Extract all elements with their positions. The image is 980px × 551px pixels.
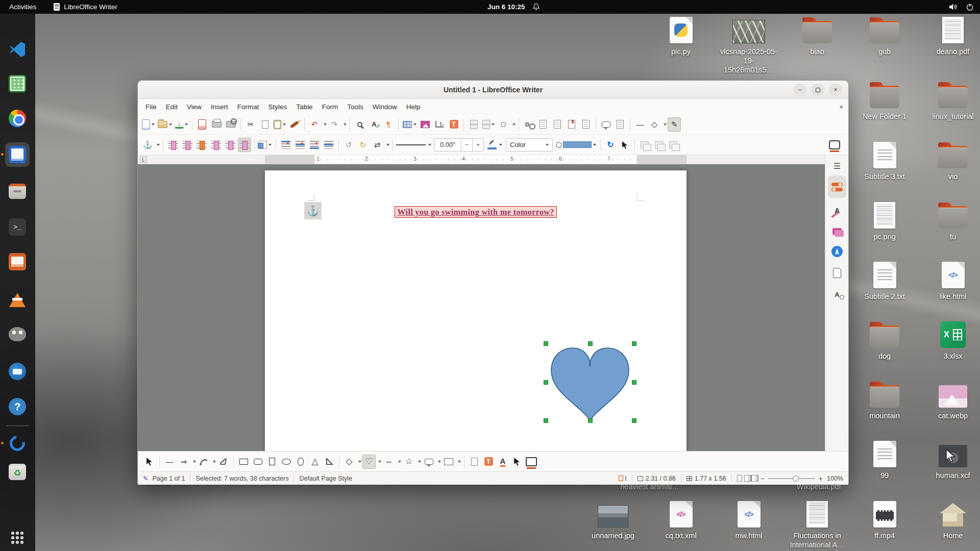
- dock-gimp[interactable]: [5, 322, 30, 346]
- basic-shapes-button[interactable]: ◇: [648, 117, 661, 132]
- dock-chrome[interactable]: [5, 106, 30, 131]
- print-button[interactable]: [210, 117, 223, 132]
- rotate-right-button[interactable]: ↻: [356, 138, 370, 152]
- minimize-button[interactable]: −: [793, 83, 806, 96]
- line-width-decrease[interactable]: −: [461, 139, 472, 151]
- new-document-button[interactable]: [141, 117, 156, 132]
- freeform-line-button[interactable]: [217, 455, 230, 469]
- menu-file[interactable]: File: [141, 101, 161, 113]
- titlebar[interactable]: Untitled 1 - LibreOffice Writer − ×: [138, 81, 848, 99]
- menu-help[interactable]: Help: [402, 101, 425, 113]
- insert-chart-button[interactable]: [433, 117, 446, 132]
- bring-forward-button[interactable]: [638, 138, 651, 152]
- menu-tools[interactable]: Tools: [342, 101, 368, 113]
- edit-points-button[interactable]: [510, 455, 524, 469]
- open-button[interactable]: [157, 117, 173, 132]
- align-objects-button[interactable]: [258, 138, 273, 152]
- desktop-icon-deano-pdf[interactable]: deano.pdf: [922, 17, 980, 56]
- show-draw-functions-button[interactable]: [525, 455, 538, 469]
- desktop-icon-home[interactable]: Home: [922, 501, 980, 540]
- line-width-spinner[interactable]: 0.00" − +: [434, 138, 484, 152]
- zoom-track[interactable]: [768, 478, 815, 479]
- insert-footnote-button[interactable]: [536, 117, 550, 132]
- insert-frame-button[interactable]: [468, 455, 481, 469]
- redo-button[interactable]: ↷: [328, 117, 341, 132]
- zoom-slider[interactable]: − +: [761, 474, 823, 483]
- page-number-status[interactable]: Page 1 of 1: [152, 475, 185, 482]
- desktop-icon-tu[interactable]: tu: [922, 202, 980, 241]
- power-icon[interactable]: [966, 3, 974, 11]
- desktop-icon-dog[interactable]: dog: [854, 321, 915, 361]
- rounded-rectangle-tool-button[interactable]: [251, 455, 264, 469]
- desktop-icon-cq-txt-xml[interactable]: </>cq.txt.xml: [650, 501, 712, 540]
- curve-tool-button[interactable]: [197, 455, 210, 469]
- maximize-button[interactable]: [811, 83, 824, 96]
- wrap-off-button[interactable]: [166, 138, 180, 152]
- align-baseline-button[interactable]: [322, 138, 335, 152]
- resize-handle-e[interactable]: [632, 380, 636, 385]
- close-document-button[interactable]: ×: [839, 103, 843, 111]
- focused-app-menu[interactable]: LibreOffice Writer: [54, 3, 117, 11]
- desktop-icon-vlcsnap[interactable]: vlcsnap-2025-05-19-15h26m01s5…: [718, 17, 779, 74]
- insert-comment-button[interactable]: [599, 117, 612, 132]
- points-button[interactable]: [618, 138, 631, 152]
- special-character-button[interactable]: Ω: [497, 117, 510, 132]
- track-changes-button[interactable]: [614, 117, 627, 132]
- horizontal-ruler[interactable]: 1 2 3 4 5 6 7: [265, 155, 687, 164]
- sidebar-properties-tab[interactable]: [828, 176, 846, 198]
- wrap-parallel-button[interactable]: [209, 138, 223, 152]
- sidebar-style-inspector-tab[interactable]: A: [828, 286, 846, 303]
- line-color-button[interactable]: [486, 138, 503, 152]
- desktop-icon-new-folder-1[interactable]: New Folder 1: [854, 82, 915, 121]
- tab-stop-selector[interactable]: L: [140, 156, 147, 163]
- clone-formatting-button[interactable]: [288, 117, 301, 132]
- document-paragraph[interactable]: Will you go swimming with me tomorrow?: [314, 207, 637, 217]
- desktop-icon-vio[interactable]: vio: [922, 142, 980, 181]
- cut-button[interactable]: ✂: [244, 117, 257, 132]
- document-page[interactable]: ⚓ Will you go swimming with me tomorrow?: [265, 170, 687, 451]
- desktop-icon-linux-tutorial[interactable]: linux_tutorial: [922, 82, 980, 121]
- send-backward-button[interactable]: [652, 138, 666, 152]
- sidebar-page-tab[interactable]: [828, 264, 846, 282]
- sidebar-styles-tab[interactable]: A: [828, 202, 846, 219]
- menu-format[interactable]: Format: [233, 101, 264, 113]
- formatting-marks-button[interactable]: ¶: [382, 117, 395, 132]
- dock-software-update[interactable]: [5, 431, 30, 456]
- square-tool-button[interactable]: [265, 455, 279, 469]
- spelling-button[interactable]: A✓: [368, 117, 381, 132]
- print-preview-button[interactable]: [224, 117, 237, 132]
- wrap-left-button[interactable]: [181, 138, 194, 152]
- wrap-right-button[interactable]: [224, 138, 237, 152]
- zoom-percentage[interactable]: 100%: [827, 475, 843, 482]
- insert-endnote-button[interactable]: [551, 117, 564, 132]
- save-button[interactable]: ↓: [174, 117, 189, 132]
- arrange-button[interactable]: ⇄: [371, 138, 384, 152]
- dock-vscode[interactable]: [5, 37, 30, 62]
- wrap-through-button[interactable]: [238, 138, 251, 152]
- dock-terminal[interactable]: >_: [5, 215, 30, 239]
- rectangle-tool-button[interactable]: [237, 455, 250, 469]
- dock-help[interactable]: ?: [5, 394, 30, 419]
- right-triangle-button[interactable]: [323, 455, 336, 469]
- resize-handle-nw[interactable]: [544, 341, 548, 346]
- group-button[interactable]: [667, 138, 680, 152]
- dock-show-applications[interactable]: [5, 525, 30, 550]
- anchor-button[interactable]: ⚓: [141, 138, 154, 152]
- desktop-icon-3-xlsx[interactable]: X3.xlsx: [922, 321, 980, 361]
- menu-styles[interactable]: Styles: [264, 101, 292, 113]
- activities-button[interactable]: Activities: [9, 3, 36, 11]
- line-style-select[interactable]: [396, 140, 426, 149]
- desktop-icon-like-html[interactable]: </>like.html: [922, 262, 980, 301]
- fill-color-button[interactable]: [555, 138, 597, 152]
- line-ends-arrow-button[interactable]: ⇒: [177, 455, 190, 469]
- horizontal-line-button[interactable]: —: [633, 117, 647, 132]
- insert-text-box-button[interactable]: T: [482, 455, 495, 469]
- dock-libreoffice-writer[interactable]: [5, 142, 30, 167]
- page-style-status[interactable]: Default Page Style: [299, 475, 352, 482]
- desktop-icon-gub[interactable]: gub: [854, 17, 915, 56]
- book-view-icon[interactable]: [751, 475, 756, 482]
- selection-mode-status[interactable]: I: [619, 475, 626, 482]
- insert-table-button[interactable]: [402, 117, 418, 132]
- heart-shape[interactable]: [546, 343, 634, 421]
- copy-button[interactable]: [258, 117, 272, 132]
